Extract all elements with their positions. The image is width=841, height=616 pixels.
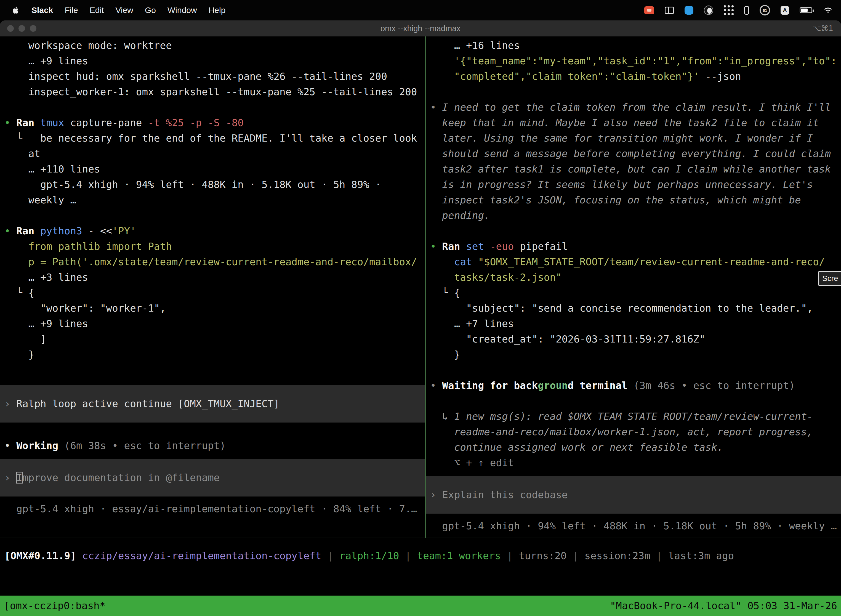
terminal-line: pending. — [426, 208, 841, 223]
blue-app-icon[interactable] — [684, 6, 693, 15]
text-segment: › Explain this codebase — [430, 489, 568, 500]
text-segment: from pathlib import Path — [4, 241, 172, 252]
menu-item-file[interactable]: File — [64, 6, 78, 15]
menu-item-edit[interactable]: Edit — [90, 6, 104, 15]
apple-menu[interactable] — [12, 6, 20, 15]
terminal-line: • I need to get the claim token from the… — [426, 100, 841, 115]
screen: { "colors": { "terminal-bg": "#000000", … — [0, 0, 841, 616]
battery-ring-label: 61 — [763, 8, 767, 13]
text-segment: capture-pane — [70, 117, 148, 128]
screen-share-overlay: Scre — [818, 271, 841, 286]
text-segment: is in progress? It seems likely but perh… — [430, 179, 813, 190]
text-segment: "worker": "worker-1", — [4, 302, 166, 314]
battery-icon[interactable] — [800, 7, 812, 13]
screen-recording-icon[interactable] — [644, 6, 654, 14]
terminal-line: '{"team_name":"my-team","task_id":"1","f… — [426, 53, 841, 69]
text-segment: set — [466, 241, 490, 252]
text-segment: › — [4, 398, 16, 409]
text-segment: … +7 lines — [430, 318, 514, 329]
terminal-line: keep that in mind. Maybe I also need the… — [426, 115, 841, 131]
window-title: omx --xhigh --madmax — [0, 21, 841, 37]
terminal-line: └ be necessary for the end of the README… — [0, 131, 425, 146]
apple-icon — [12, 6, 20, 15]
text-segment: • — [4, 225, 16, 236]
text-segment: • — [430, 101, 442, 113]
text-segment: • — [4, 440, 16, 451]
text-segment: --json — [699, 70, 741, 82]
ralph-status-row[interactable]: › Ralph loop active continue [OMX_TMUX_I… — [0, 385, 425, 422]
dark-circle-app-icon[interactable] — [704, 6, 713, 15]
pane-left-content[interactable]: workspace_mode: worktree … +9 lines insp… — [0, 37, 425, 538]
text-segment: ↳ 1 new msg(s): read $OMX_TEAM_STATE_ROO… — [430, 411, 813, 422]
text-segment: "completed","claim_token":"claim-token"}… — [430, 70, 699, 82]
terminal-line: … +16 lines — [426, 38, 841, 53]
terminal-line: inspect task2's JSON, focusing on the st… — [426, 192, 841, 208]
menu-item-help[interactable]: Help — [209, 6, 226, 15]
text-segment: • — [430, 241, 442, 252]
text-segment: '{"team_name":"my-team","task_id":"1","f… — [430, 55, 837, 66]
terminal-line: … +9 lines — [0, 316, 425, 331]
menu-item-view[interactable]: View — [115, 6, 133, 15]
omx-hud: [OMX#0.11.9] cczip/essay/ai-reimplementa… — [0, 548, 841, 563]
terminal-line: } — [426, 347, 841, 362]
phone-icon[interactable] — [744, 6, 749, 15]
block-cursor: I — [16, 472, 22, 483]
text-segment: workspace_mode: worktree — [4, 40, 172, 51]
terminal-line — [0, 100, 425, 115]
terminal-line: "subject": "send a concise recommendatio… — [426, 301, 841, 316]
terminal-line: gpt-5.4 xhigh · 94% left · 488K in · 5.1… — [0, 177, 425, 192]
terminal-line: inspect_worker-1: omx sparkshell --tmux-… — [0, 84, 425, 100]
text-segment: | — [399, 550, 417, 561]
pane-right-content[interactable]: … +16 lines '{"team_name":"my-team","tas… — [426, 37, 841, 538]
text-segment: Ran — [16, 117, 40, 128]
text-segment: cat — [454, 256, 478, 267]
text-segment: "$OMX_TEAM_STATE_ROOT/team/review-curren… — [478, 256, 825, 267]
dots-grid-icon[interactable] — [724, 5, 734, 15]
terminal-line — [0, 362, 425, 378]
terminal: workspace_mode: worktree … +9 lines insp… — [0, 37, 841, 616]
text-segment: • — [430, 380, 442, 391]
text-segment: ] — [4, 333, 46, 345]
terminal-line: ] — [0, 331, 425, 347]
terminal-line: ↳ 1 new msg(s): read $OMX_TEAM_STATE_ROO… — [426, 409, 841, 424]
battery-ring-icon[interactable]: 61 — [760, 5, 770, 15]
terminal-line: is in progress? It seems likely but perh… — [426, 177, 841, 192]
prompt-input-row[interactable]: › Explain this codebase — [426, 476, 841, 513]
text-segment: -t %25 -p -S -80 — [148, 117, 244, 128]
text-segment: | — [651, 550, 668, 561]
text-segment: [OMX#0.11.9] — [4, 550, 82, 561]
text-segment: continue assigned work or next feasible … — [430, 441, 723, 453]
text-segment: gpt-5.4 xhigh · essay/ai-reimplementatio… — [4, 503, 417, 515]
text-segment: gpt-5.4 xhigh · 94% left · 488K in · 5.1… — [430, 520, 837, 532]
terminal-line: workspace_mode: worktree — [0, 38, 425, 53]
battery-fill — [801, 9, 807, 12]
wifi-icon[interactable] — [823, 6, 833, 14]
terminal-line: • Ran tmux capture-pane -t %25 -p -S -80 — [0, 115, 425, 131]
text-segment: Waiting for back — [442, 380, 538, 391]
input-source-icon[interactable]: A — [781, 6, 789, 15]
text-segment: … +16 lines — [430, 40, 520, 51]
text-segment: at — [4, 148, 40, 159]
terminal-line: … +9 lines — [0, 53, 425, 69]
terminal-line — [426, 84, 841, 100]
text-segment: tmux — [40, 117, 70, 128]
prompt-input-row[interactable]: › Improve documentation in @filename — [0, 459, 425, 497]
text-segment: pending. — [430, 210, 490, 221]
text-segment: ⌥ + ↑ edit — [430, 457, 514, 468]
text-segment: (3m 46s • esc to interrupt) — [633, 380, 795, 391]
text-segment: tasks/task-2.json" — [430, 271, 562, 283]
text-segment: … +3 lines — [4, 271, 88, 283]
terminal-line: should send a message before completing … — [426, 146, 841, 161]
crescent-shape — [707, 8, 712, 14]
text-segment: | — [321, 550, 339, 561]
terminal-line: weekly … — [0, 192, 425, 208]
window-app-icon[interactable] — [665, 7, 674, 14]
text-segment: later. Using the same for transition mig… — [430, 132, 813, 144]
text-segment: p = Path('.omx/state/team/review-current… — [4, 256, 417, 267]
menu-item-window[interactable]: Window — [167, 6, 197, 15]
active-app-name[interactable]: Slack — [31, 6, 53, 15]
menu-item-go[interactable]: Go — [145, 6, 156, 15]
text-segment: Ran — [442, 241, 466, 252]
text-segment: session:23m — [585, 550, 650, 561]
terminal-line: … +3 lines — [0, 270, 425, 285]
